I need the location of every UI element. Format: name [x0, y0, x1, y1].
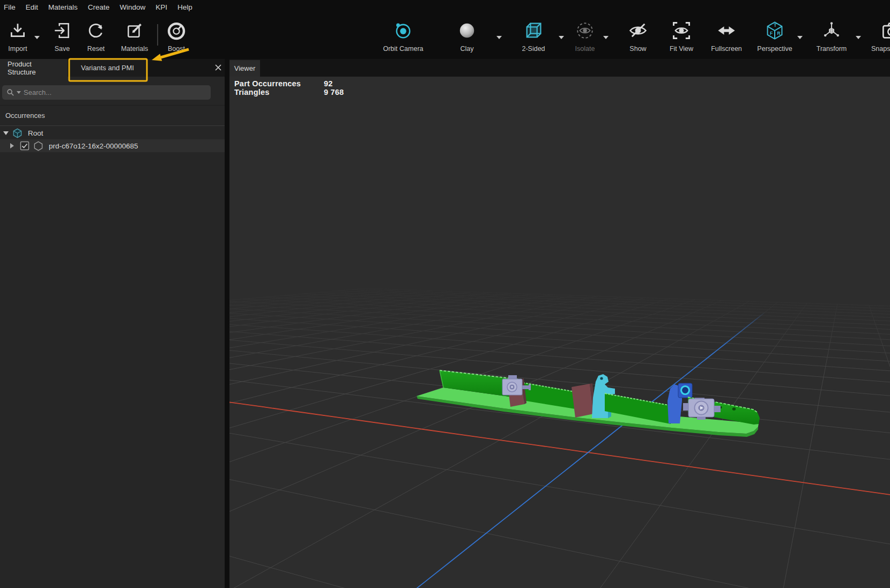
menu-help[interactable]: Help — [177, 3, 192, 11]
svg-text:T: T — [774, 23, 777, 28]
fullscreen-icon — [701, 20, 752, 41]
menu-edit[interactable]: Edit — [26, 3, 38, 11]
boost-gauge-icon — [151, 20, 202, 41]
scene-canvas — [229, 77, 890, 588]
fullscreen-button[interactable]: Fullscreen — [701, 20, 752, 53]
search-placeholder: Search... — [24, 88, 51, 96]
clay-button[interactable]: Clay — [441, 20, 493, 53]
occurrences-section: Occurrences — [0, 105, 225, 126]
menu-materials[interactable]: Materials — [48, 3, 78, 11]
viewport-stats: Part Occurrences 92 Triangles 9 768 — [234, 80, 344, 96]
isolate-dropdown-caret[interactable] — [603, 36, 609, 39]
orbit-camera-button[interactable]: Orbit Camera — [377, 20, 429, 53]
menu-create[interactable]: Create — [88, 3, 110, 11]
two-sided-button[interactable]: 2-Sided — [508, 20, 559, 53]
fit-view-icon — [656, 20, 707, 41]
stat-label: Triangles — [234, 88, 324, 97]
left-panel-tabstrip: Product Structure Variants and PMI — [0, 59, 225, 77]
search-filter-caret[interactable] — [17, 91, 21, 94]
perspective-cube-icon: TFR — [749, 20, 800, 41]
panel-close-icon[interactable] — [214, 63, 222, 72]
expander-expand-icon[interactable] — [10, 143, 14, 148]
svg-text:R: R — [777, 31, 780, 36]
transform-dropdown-caret[interactable] — [856, 36, 861, 39]
model-divider-plate-2 — [572, 384, 594, 418]
model-blue-clip-ring — [681, 386, 689, 395]
menu-window[interactable]: Window — [120, 3, 145, 11]
orbit-camera-icon — [377, 20, 429, 41]
boost-button[interactable]: Boost — [151, 20, 202, 53]
part-hexagon-icon — [33, 141, 43, 151]
two-sided-cube-icon — [508, 20, 559, 41]
panel-divider[interactable] — [225, 59, 229, 588]
snapshot-camera-icon — [866, 20, 890, 41]
transform-axes-icon — [806, 20, 857, 41]
clay-dropdown-caret[interactable] — [496, 36, 502, 39]
stat-value: 92 — [324, 80, 344, 88]
tab-viewer[interactable]: Viewer — [229, 60, 260, 77]
stat-label: Part Occurrences — [234, 80, 324, 88]
menu-bar: File Edit Materials Create Window KPI He… — [0, 0, 890, 14]
perspective-dropdown-caret[interactable] — [797, 36, 803, 39]
snapshot-button[interactable]: Snaps — [866, 20, 890, 53]
transform-button[interactable]: Transform — [806, 20, 857, 53]
tab-variants-pmi[interactable]: Variants and PMI — [69, 59, 146, 77]
model-web-hole-2 — [732, 407, 736, 410]
toolbar: Import Save Reset Materials B — [0, 14, 890, 59]
svg-text:F: F — [770, 31, 773, 36]
left-panel: Product Structure Variants and PMI Searc… — [0, 59, 225, 588]
viewport-3d[interactable]: Part Occurrences 92 Triangles 9 768 — [229, 77, 890, 588]
menu-file[interactable]: File — [4, 3, 16, 11]
viewer-panel: Viewer — [229, 59, 890, 588]
product-structure-tree: Root prd-c67o12-16x2-00000685 — [0, 126, 225, 152]
search-input[interactable]: Search... — [2, 85, 211, 100]
distance-fade — [229, 77, 890, 375]
model-cyan-bracket-hole — [600, 377, 603, 379]
fit-view-button[interactable]: Fit View — [656, 20, 707, 53]
assembly-hexagon-icon — [12, 128, 23, 138]
clay-sphere-icon — [441, 20, 493, 41]
perspective-button[interactable]: TFR Perspective — [749, 20, 800, 53]
tree-row-part[interactable]: prd-c67o12-16x2-00000685 — [0, 139, 225, 152]
expander-collapse-icon[interactable] — [3, 131, 9, 135]
tree-row-root[interactable]: Root — [0, 126, 225, 139]
search-icon — [6, 88, 14, 96]
application-window: File Edit Materials Create Window KPI He… — [0, 0, 890, 588]
occurrences-label: Occurrences — [5, 111, 45, 120]
tab-product-structure[interactable]: Product Structure — [0, 59, 68, 77]
menu-kpi[interactable]: KPI — [155, 3, 167, 11]
visibility-checkbox[interactable] — [20, 141, 29, 151]
stat-value: 9 768 — [324, 88, 344, 97]
